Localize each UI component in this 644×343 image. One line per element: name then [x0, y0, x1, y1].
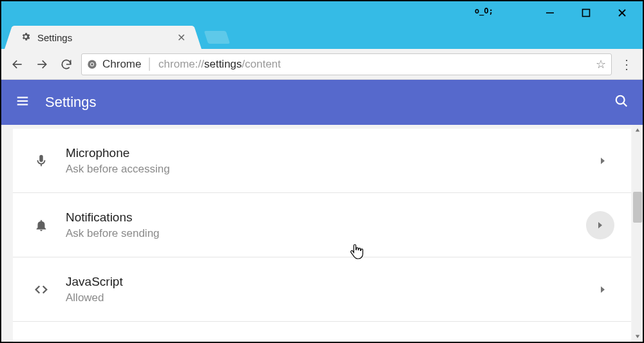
svg-line-13	[623, 103, 627, 107]
new-tab-button[interactable]	[204, 31, 230, 44]
search-button[interactable]	[614, 94, 629, 111]
tabstrip: Settings ✕	[1, 24, 643, 49]
microphone-icon	[28, 154, 54, 168]
forward-button[interactable]	[32, 55, 52, 74]
bell-icon	[28, 218, 54, 232]
gear-icon	[21, 32, 31, 44]
chrome-chip: Chrome	[87, 58, 141, 71]
chrome-chip-label: Chrome	[102, 58, 141, 71]
minimize-button[interactable]	[532, 4, 568, 22]
bookmark-star-icon[interactable]: ☆	[596, 57, 606, 71]
svg-marker-17	[636, 129, 639, 132]
settings-appbar: Settings	[1, 80, 643, 125]
svg-marker-16	[601, 286, 605, 293]
scroll-up-button[interactable]	[632, 125, 643, 135]
back-button[interactable]	[8, 55, 27, 74]
svg-point-8	[91, 63, 93, 66]
chevron-right-icon	[586, 211, 614, 239]
row-text: Notifications Ask before sending	[66, 210, 160, 240]
window-caption-extra: o_O;	[475, 6, 493, 15]
reload-button[interactable]	[57, 55, 76, 74]
row-title: JavaScript	[66, 275, 123, 289]
row-notifications[interactable]: Notifications Ask before sending	[13, 193, 631, 257]
scroll-down-button[interactable]	[632, 331, 643, 342]
tab-title: Settings	[37, 32, 177, 43]
url-display: chrome://settings/content	[158, 58, 281, 71]
address-bar[interactable]: Chrome │ chrome://settings/content ☆	[81, 53, 612, 75]
code-icon	[28, 283, 54, 297]
svg-marker-14	[601, 158, 605, 164]
scroll-thumb[interactable]	[633, 192, 642, 223]
row-subtitle: Allowed	[66, 292, 123, 304]
row-javascript[interactable]: JavaScript Allowed	[13, 257, 631, 322]
content-area: Microphone Ask before accessing Notifica…	[1, 125, 643, 342]
chrome-icon	[87, 59, 97, 70]
browser-tab-settings[interactable]: Settings ✕	[13, 26, 193, 49]
svg-rect-1	[583, 10, 590, 17]
svg-point-12	[616, 96, 625, 104]
chevron-right-icon	[591, 278, 614, 301]
menu-button[interactable]	[15, 94, 30, 111]
row-microphone[interactable]: Microphone Ask before accessing	[13, 129, 631, 193]
close-tab-icon[interactable]: ✕	[177, 32, 185, 44]
omnibox-separator: │	[146, 58, 153, 71]
scroll-track[interactable]	[632, 135, 643, 331]
browser-toolbar: Chrome │ chrome://settings/content ☆ ⋮	[1, 49, 643, 80]
window-titlebar: o_O;	[1, 1, 643, 24]
search-icon	[614, 94, 629, 108]
svg-marker-15	[598, 222, 602, 228]
settings-list: Microphone Ask before accessing Notifica…	[13, 129, 631, 342]
row-text: JavaScript Allowed	[66, 275, 123, 304]
vertical-scrollbar[interactable]	[632, 125, 643, 342]
row-subtitle: Ask before accessing	[66, 163, 170, 176]
row-subtitle: Ask before sending	[66, 227, 160, 240]
close-window-button[interactable]	[604, 4, 640, 22]
page-title: Settings	[45, 94, 97, 111]
row-title: Notifications	[66, 210, 160, 225]
row-text: Microphone Ask before accessing	[66, 146, 170, 176]
maximize-button[interactable]	[568, 4, 604, 22]
chevron-right-icon	[591, 149, 614, 172]
kebab-icon: ⋮	[620, 63, 633, 66]
svg-marker-18	[636, 335, 639, 338]
browser-menu-button[interactable]: ⋮	[617, 55, 636, 74]
row-title: Microphone	[66, 146, 170, 160]
